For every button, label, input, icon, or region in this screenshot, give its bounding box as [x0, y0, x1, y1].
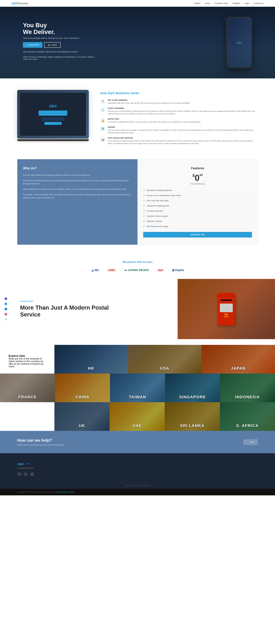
countries-row1: HK USA JAPAN [54, 345, 275, 374]
register-button[interactable]: ✏️ REGISTER [23, 42, 42, 48]
country-taiwan[interactable]: TAIWAN [110, 374, 165, 402]
taiwan-name: TAIWAN [129, 395, 146, 399]
china-name: CHINA [75, 395, 90, 399]
feature-item-1: ✔ International mailing addresses [143, 188, 252, 193]
why-us-p1: We have solid, wholly owned logistics ba… [23, 174, 132, 177]
footer-bottom: Copyright © 2024 business.zipx.com | Pow… [0, 489, 275, 495]
japan-post-label: JAPAN POST [20, 300, 160, 302]
feature-text-2: Access to more international shops onlin… [147, 194, 181, 196]
country-uk[interactable]: UK [54, 402, 110, 431]
postbox-body: 郵便POST [218, 297, 235, 325]
step2-desc: Shop any one of the hundreds of online v… [108, 110, 258, 115]
theme-link[interactable]: Astra WordPress Theme [56, 491, 75, 493]
logo-business: Business [18, 2, 28, 5]
facebook-icon[interactable]: f [4, 297, 7, 300]
feature-item-2: ✔ Access to more international shops onl… [143, 193, 252, 198]
footer: zipx You Buy We Deliver f t ig [0, 453, 275, 482]
country-china[interactable]: CHINA [55, 374, 110, 402]
nav-customer-zone[interactable]: Customer Zone [215, 2, 228, 4]
price-amount: 0 [195, 173, 199, 182]
help-go-button[interactable]: → Go [243, 439, 258, 445]
help-content: How can we help? Check out our Customer … [17, 438, 65, 446]
footer-twitter-icon[interactable]: t [23, 472, 28, 476]
country-uae[interactable]: UAE [110, 402, 165, 431]
country-usa[interactable]: USA [128, 345, 201, 374]
japan-post-section: f 🐦 in 🔗 JAPAN POST More Than Just A Mod… [0, 279, 275, 339]
srilanka-overlay: SRI LANKA [165, 402, 220, 431]
instagram-icon[interactable] [4, 312, 7, 316]
country-safrica[interactable]: S. AFRICA [220, 402, 275, 431]
step1-icon: 📍 [100, 99, 105, 104]
partner-cathay: CATHAY PACIFIC [124, 269, 149, 272]
laptop-screen-btn [44, 122, 62, 125]
uae-overlay: UAE [110, 402, 165, 431]
country-srilanka[interactable]: SRI LANKA [165, 402, 220, 431]
japan-post-content: f 🐦 in 🔗 JAPAN POST More Than Just A Mod… [0, 279, 178, 339]
check-icon-1: ✔ [143, 189, 145, 192]
country-indonesia[interactable]: INDONESIA [220, 374, 275, 402]
go-arrow-icon: → [248, 441, 250, 443]
hero-content: You Buy We Deliver. Send your package wi… [23, 22, 94, 63]
phone-logo: zipx [237, 41, 242, 44]
feature-item-5: ✔ 3-9 days transit time [143, 208, 252, 214]
footer-instagram-icon[interactable]: ig [30, 472, 34, 476]
footer-facebook-icon[interactable]: f [17, 472, 21, 476]
laptop-screen: zipx [20, 93, 86, 136]
hero-buttons: ✏️ REGISTER 🔒 LOGIN [23, 42, 94, 48]
shipping-fee-button[interactable]: SHIPPING FEE [143, 232, 252, 238]
uae-name: UAE [132, 424, 142, 428]
country-japan[interactable]: JAPAN [202, 345, 275, 374]
svg-text:🐦: 🐦 [5, 303, 7, 305]
check-icon-6: ✔ [143, 215, 145, 218]
free-membership-label: free membership [143, 183, 252, 185]
safrica-name: S. AFRICA [236, 424, 259, 428]
language-selector[interactable]: English [194, 2, 201, 4]
nav-register[interactable]: Register [233, 2, 240, 4]
explore-section: Explore ZipX Shop any one of the hundred… [0, 339, 275, 431]
postbox-top [216, 293, 236, 297]
feature-text-6: Customer Service support [147, 215, 168, 217]
laptop-screen-bar [39, 110, 67, 116]
how-it-works-content: How ZipX Business works 📍 GET A ZIPX ADD… [100, 90, 258, 148]
check-icon-3: ✔ [143, 199, 145, 202]
partner-zipx: ZipX [158, 269, 163, 272]
partners-section: We partner with the best IBC LINEX CATHA… [0, 254, 275, 279]
hero-section: You Buy We Deliver. Send your package wi… [0, 7, 275, 78]
step1-title: GET A ZIPX ADDRESS [108, 99, 190, 101]
link-icon[interactable]: 🔗 [4, 318, 7, 321]
linkedin-icon[interactable]: in [4, 308, 7, 310]
why-us-p3: Need anything? Our customer service is a… [23, 188, 132, 191]
country-singapore[interactable]: SINGAPORE [165, 374, 220, 402]
safrica-overlay: S. AFRICA [220, 402, 275, 431]
step3-icon: 🔔 [100, 118, 105, 123]
cathay-icon [124, 269, 127, 272]
step4-content: EXPORT Once we have received your packag… [108, 126, 258, 134]
step3-title: NOTIFY ZIPX [108, 118, 201, 120]
explore-top: Explore ZipX Shop any one of the hundred… [0, 345, 275, 374]
nav-home[interactable]: Home [205, 2, 210, 4]
why-us-p4: Pay safely – we accept Paypal, Visa and … [23, 193, 132, 200]
nav-contact[interactable]: Contact Us [254, 2, 264, 4]
how-step-2: 🛒 START SHOPPING Shop any one of the hun… [100, 107, 258, 115]
twitter-icon[interactable]: 🐦 [4, 302, 7, 306]
go-btn-label: Go [251, 441, 254, 443]
price-display: $000 free membership [143, 174, 252, 185]
laptop-screen-input [41, 118, 64, 121]
explore-subtitle: Shop any one of the hundreds of online v… [8, 358, 46, 368]
nav-login[interactable]: Login [244, 2, 249, 4]
check-icon-7: ✔ [143, 220, 145, 222]
usa-overlay: USA [128, 345, 201, 374]
logo-zipx: zipX [11, 2, 18, 5]
country-france[interactable]: FRANCE [0, 374, 55, 402]
step1-desc: Registration with ZipX is free. Sign-up … [108, 102, 190, 104]
login-button[interactable]: 🔒 LOGIN [44, 42, 60, 48]
country-hk[interactable]: HK [54, 345, 128, 374]
hero-tagline: ZipX Business manages shipments for the … [23, 50, 94, 53]
copyright-text: Copyright © 2024 business.zipx.com | Pow… [17, 491, 75, 493]
features-title: Features [143, 166, 252, 170]
how-it-works-section: zipx How ZipX Business works 📍 GET A ZIP… [0, 78, 275, 159]
uk-overlay: UK [54, 402, 110, 431]
step4-icon: ✈️ [100, 126, 105, 131]
laptop-logo: zipx [49, 104, 57, 108]
step5-title: FAST, EXCELLENT SERVICE [108, 137, 258, 139]
